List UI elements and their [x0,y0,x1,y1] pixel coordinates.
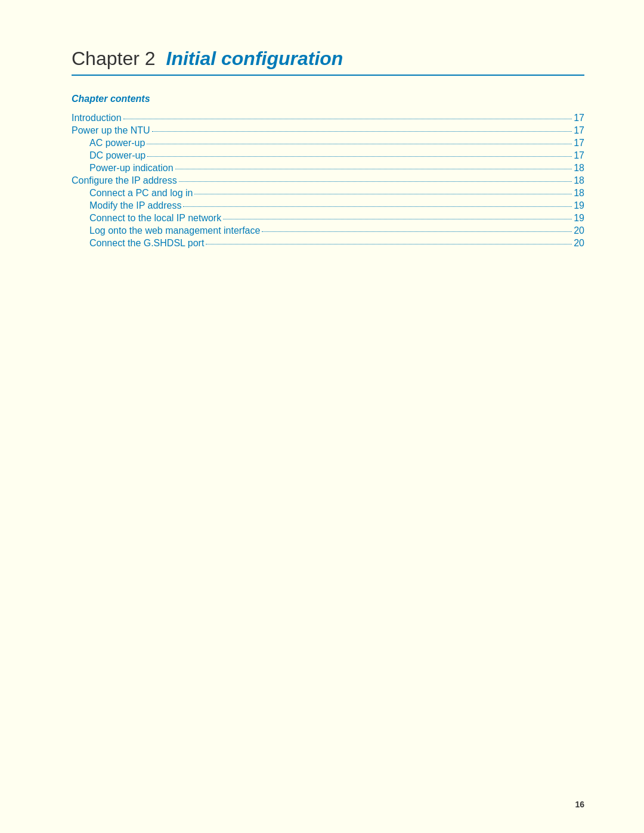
toc-entry: Power up the NTU17 [72,125,584,136]
toc-page-5: 18 [574,175,584,186]
toc-row: DC power-up17 [72,150,584,161]
toc-row: Modify the IP address19 [72,200,584,211]
toc-row: Introduction17 [72,113,584,123]
toc-page-7: 19 [574,200,584,211]
toc-row: Power up the NTU17 [72,125,584,136]
toc-list: Introduction17Power up the NTU17AC power… [72,113,584,249]
toc-page-10: 20 [574,238,584,249]
toc-dots [147,144,572,144]
toc-page-2: 17 [574,138,584,148]
toc-dots [123,119,572,119]
toc-dots [262,231,572,232]
toc-page-3: 17 [574,150,584,161]
toc-dots [206,244,572,244]
toc-row: Connect a PC and log in18 [72,188,584,199]
toc-entry: Introduction17 [72,113,584,123]
toc-link-1[interactable]: Power up the NTU [72,125,150,136]
page-container: Chapter 2 Initial configuration Chapter … [0,0,644,833]
toc-page-1: 17 [574,125,584,136]
toc-dots [179,181,572,182]
chapter-label: Chapter 2 [72,48,156,70]
toc-dots [194,194,572,194]
toc-page-0: 17 [574,113,584,123]
page-number: 16 [575,800,584,809]
toc-dots [147,156,572,157]
toc-link-8[interactable]: Connect to the local IP network [89,213,221,224]
chapter-title: Initial configuration [166,48,343,70]
toc-row: Configure the IP address18 [72,175,584,186]
toc-link-0[interactable]: Introduction [72,113,122,123]
toc-link-5[interactable]: Configure the IP address [72,175,177,186]
toc-dots [183,206,572,207]
toc-link-9[interactable]: Log onto the web management interface [89,225,260,236]
toc-entry: Power-up indication18 [72,163,584,174]
toc-page-6: 18 [574,188,584,199]
chapter-header: Chapter 2 Initial configuration [72,48,584,70]
toc-row: Connect to the local IP network19 [72,213,584,224]
toc-link-10[interactable]: Connect the G.SHDSL port [89,238,204,249]
toc-entry: DC power-up17 [72,150,584,161]
toc-row: Connect the G.SHDSL port20 [72,238,584,249]
toc-entry: Connect to the local IP network19 [72,213,584,224]
toc-entry: AC power-up17 [72,138,584,148]
toc-dots [152,131,572,132]
toc-link-2[interactable]: AC power-up [89,138,145,148]
toc-link-3[interactable]: DC power-up [89,150,145,161]
toc-row: Log onto the web management interface20 [72,225,584,236]
chapter-contents-heading: Chapter contents [72,94,584,104]
toc-row: AC power-up17 [72,138,584,148]
toc-page-4: 18 [574,163,584,174]
toc-entry: Connect the G.SHDSL port20 [72,238,584,249]
toc-row: Power-up indication18 [72,163,584,174]
toc-page-8: 19 [574,213,584,224]
toc-page-9: 20 [574,225,584,236]
toc-link-6[interactable]: Connect a PC and log in [89,188,193,199]
toc-entry: Modify the IP address19 [72,200,584,211]
toc-entry: Log onto the web management interface20 [72,225,584,236]
toc-entry: Connect a PC and log in18 [72,188,584,199]
toc-dots [223,219,572,219]
header-rule [72,75,584,76]
toc-entry: Configure the IP address18 [72,175,584,186]
toc-link-4[interactable]: Power-up indication [89,163,174,174]
toc-dots [175,169,572,169]
toc-link-7[interactable]: Modify the IP address [89,200,181,211]
